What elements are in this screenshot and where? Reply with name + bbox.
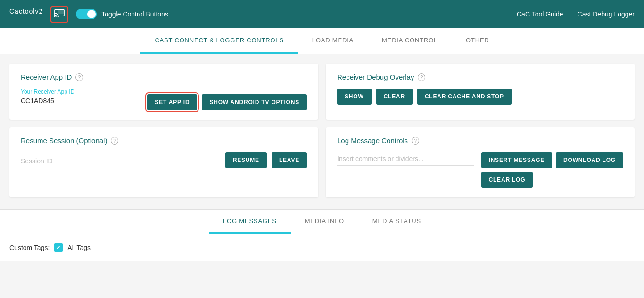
show-android-tv-button[interactable]: SHOW ANDROID TV OPTIONS (202, 94, 307, 110)
set-app-id-button[interactable]: SET APP ID (147, 94, 197, 110)
clear-cache-stop-button[interactable]: CLEAR CACHE AND STOP (417, 89, 512, 105)
receiver-app-id-label: Receiver App ID (21, 73, 72, 81)
leave-button[interactable]: LEAVE (272, 152, 307, 168)
log-message-help-icon[interactable]: ? (412, 137, 419, 145)
tab-load-media[interactable]: LOAD MEDIA (298, 28, 368, 54)
receiver-debug-buttons: SHOW CLEAR CLEAR CACHE AND STOP (337, 89, 623, 105)
log-message-controls-label: Log Message Controls (337, 137, 408, 145)
custom-tags-row: Custom Tags: All Tags (9, 243, 635, 252)
resume-session-buttons: RESUME LEAVE (225, 152, 307, 168)
receiver-app-id-value: CC1AD845 (21, 97, 147, 105)
receiver-debug-card: Receiver Debug Overlay ? SHOW CLEAR CLEA… (326, 64, 635, 120)
receiver-app-id-title: Receiver App ID ? (21, 73, 307, 81)
resume-session-help-icon[interactable]: ? (111, 137, 118, 145)
receiver-app-id-input-label: Your Receiver App ID (21, 89, 147, 95)
download-log-button[interactable]: DOWNLOAD LOG (556, 152, 623, 168)
toggle-switch[interactable] (76, 9, 97, 19)
log-message-controls-card: Log Message Controls ? INSERT MESSAGE DO… (326, 127, 635, 197)
cards-row-bottom: Resume Session (Optional) ? RESUME LEAVE… (9, 127, 635, 197)
log-input-area (337, 152, 474, 166)
toggle-label: Toggle Control Buttons (101, 10, 168, 18)
svg-point-1 (54, 16, 56, 17)
receiver-app-id-card: Receiver App ID ? Your Receiver App ID C… (9, 64, 318, 120)
bottom-section: LOG MESSAGES MEDIA INFO MEDIA STATUS Cus… (0, 209, 644, 261)
receiver-debug-title: Receiver Debug Overlay ? (337, 73, 623, 81)
resume-session-input-section (21, 154, 225, 168)
cast-icon (54, 9, 65, 20)
tab-media-info[interactable]: MEDIA INFO (291, 210, 358, 234)
header-left: Cactoolv2 Toggle Control Buttons (9, 6, 168, 23)
tab-media-status[interactable]: MEDIA STATUS (358, 210, 435, 234)
cards-row-top: Receiver App ID ? Your Receiver App ID C… (9, 64, 635, 120)
resume-button[interactable]: RESUME (225, 152, 267, 168)
cast-icon-box[interactable] (50, 6, 68, 23)
receiver-app-id-buttons: SET APP ID SHOW ANDROID TV OPTIONS (147, 94, 307, 110)
log-buttons-area: INSERT MESSAGE DOWNLOAD LOG CLEAR LOG (481, 152, 623, 188)
log-comments-input[interactable] (337, 152, 474, 166)
receiver-app-id-input-section: Your Receiver App ID CC1AD845 (21, 89, 147, 110)
receiver-app-id-content: Your Receiver App ID CC1AD845 SET APP ID… (21, 89, 307, 110)
logo-name: Cactool (9, 8, 35, 15)
log-buttons-bottom-row: CLEAR LOG (481, 172, 623, 188)
resume-session-label: Resume Session (Optional) (21, 137, 107, 145)
show-overlay-button[interactable]: SHOW (337, 89, 372, 105)
logo-text: Cactoolv2 (9, 8, 43, 20)
clear-overlay-button[interactable]: CLEAR (376, 89, 413, 105)
log-message-controls-content: INSERT MESSAGE DOWNLOAD LOG CLEAR LOG (337, 152, 623, 188)
cast-debug-logger-link[interactable]: Cast Debug Logger (578, 10, 635, 18)
all-tags-checkbox[interactable] (54, 243, 63, 252)
receiver-app-id-help-icon[interactable]: ? (75, 73, 83, 81)
log-buttons-top-row: INSERT MESSAGE DOWNLOAD LOG (481, 152, 623, 168)
resume-session-card: Resume Session (Optional) ? RESUME LEAVE (9, 127, 318, 197)
resume-session-title: Resume Session (Optional) ? (21, 137, 307, 145)
header: Cactoolv2 Toggle Control Buttons CaC Too… (0, 0, 644, 28)
tab-media-control[interactable]: MEDIA CONTROL (368, 28, 452, 54)
cac-tool-guide-link[interactable]: CaC Tool Guide (517, 10, 563, 18)
session-id-input[interactable] (21, 154, 225, 168)
log-message-controls-title: Log Message Controls ? (337, 137, 623, 145)
clear-log-button[interactable]: CLEAR LOG (481, 172, 533, 188)
toggle-area: Toggle Control Buttons (76, 9, 168, 19)
header-right: CaC Tool Guide Cast Debug Logger (517, 10, 635, 18)
custom-tags-label: Custom Tags: (9, 244, 50, 251)
tab-other[interactable]: OTHER (452, 28, 504, 54)
bottom-tabs: LOG MESSAGES MEDIA INFO MEDIA STATUS (0, 210, 644, 234)
all-tags-label: All Tags (67, 244, 91, 251)
tab-log-messages[interactable]: LOG MESSAGES (209, 210, 291, 234)
insert-message-button[interactable]: INSERT MESSAGE (481, 152, 553, 168)
logo-version: v2 (35, 8, 43, 15)
receiver-debug-label: Receiver Debug Overlay (337, 73, 414, 81)
tab-cast-connect[interactable]: CAST CONNECT & LOGGER CONTROLS (140, 28, 297, 54)
bottom-content: Custom Tags: All Tags (0, 234, 644, 261)
main-nav-tabs: CAST CONNECT & LOGGER CONTROLS LOAD MEDI… (0, 28, 644, 54)
receiver-debug-help-icon[interactable]: ? (418, 73, 425, 81)
resume-session-content: RESUME LEAVE (21, 152, 307, 168)
main-content: Receiver App ID ? Your Receiver App ID C… (0, 54, 644, 209)
